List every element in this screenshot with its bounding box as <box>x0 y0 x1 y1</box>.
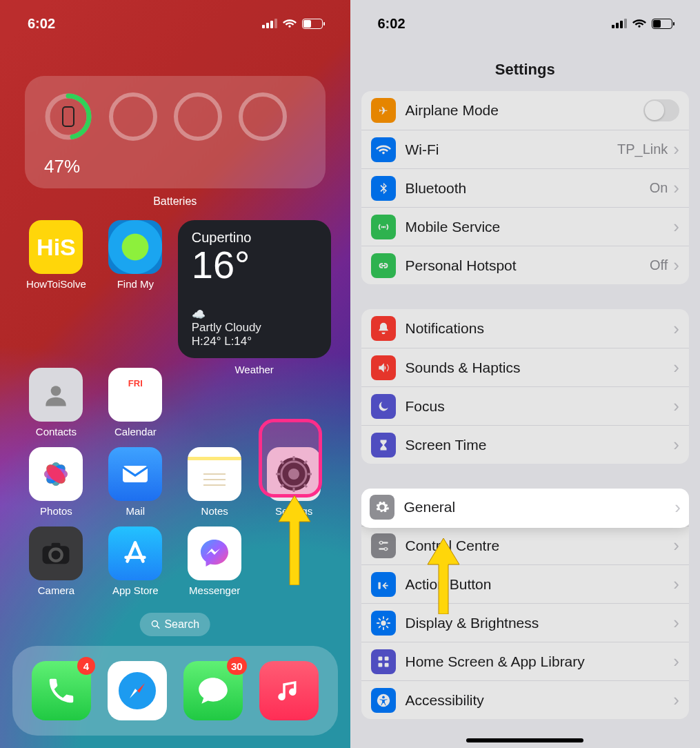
chevron-icon: › <box>674 497 681 518</box>
settings-panel: 6:02 Settings ✈ Airplane Mode Wi-Fi TP_L… <box>350 0 701 748</box>
chevron-icon: › <box>673 612 679 633</box>
row-accessibility[interactable]: Accessibility › <box>361 680 690 719</box>
svg-point-17 <box>288 469 299 480</box>
app-calendar[interactable]: FRI20Calendar <box>99 368 172 437</box>
music-icon <box>259 661 319 720</box>
chevron-icon: › <box>673 216 679 237</box>
sliders-icon <box>371 533 396 558</box>
search-icon <box>150 620 160 629</box>
moon-icon <box>371 394 396 419</box>
dock-music[interactable] <box>259 661 319 720</box>
photos-icon <box>29 447 83 501</box>
row-personal-hotspot[interactable]: Personal Hotspot Off › <box>361 246 690 284</box>
batteries-widget[interactable]: 47% <box>25 76 326 188</box>
app-howtoisolve[interactable]: HiSHowToiSolve <box>19 220 93 358</box>
weather-label: Weather <box>178 364 331 437</box>
wifi-icon <box>632 17 646 30</box>
row-notifications[interactable]: Notifications › <box>361 309 690 348</box>
chevron-icon: › <box>673 177 679 199</box>
status-time: 6:02 <box>378 16 406 32</box>
row-control-centre[interactable]: Control Centre › <box>361 526 690 564</box>
wifi-icon <box>283 17 297 30</box>
cellular-icon <box>262 19 277 28</box>
svg-point-2 <box>51 386 61 396</box>
row-screen-time[interactable]: Screen Time › <box>361 425 690 464</box>
svg-rect-54 <box>384 656 388 660</box>
home-indicator[interactable] <box>466 738 583 742</box>
wifi-value: TP_Link <box>617 141 668 157</box>
row-action-button[interactable]: Action Button › <box>361 564 690 603</box>
status-bar: 6:02 <box>0 0 350 37</box>
bell-icon <box>371 316 396 341</box>
app-photos[interactable]: Photos <box>19 447 93 517</box>
row-mobile-service[interactable]: Mobile Service › <box>361 207 690 246</box>
safari-icon <box>108 661 167 720</box>
chevron-icon: › <box>673 535 679 556</box>
brightness-icon <box>371 611 396 636</box>
svg-line-52 <box>379 626 380 627</box>
phone-badge: 4 <box>77 657 95 675</box>
hourglass-icon <box>371 433 396 457</box>
svg-rect-56 <box>384 662 388 667</box>
weather-hilo: H:24° L:14° <box>192 335 317 348</box>
mail-icon <box>108 447 162 501</box>
app-settings[interactable]: Settings <box>257 447 331 517</box>
app-contacts[interactable]: Contacts <box>19 368 93 437</box>
cloud-icon: ☁️ <box>192 308 317 321</box>
airplane-toggle[interactable] <box>643 99 679 121</box>
weather-cond: Partly Cloudy <box>192 321 317 335</box>
appstore-icon <box>108 526 162 580</box>
svg-line-33 <box>157 626 159 629</box>
svg-point-40 <box>379 541 382 544</box>
app-findmy[interactable]: Find My <box>99 220 172 358</box>
widget-label: Batteries <box>0 195 350 208</box>
row-focus[interactable]: Focus › <box>361 386 690 425</box>
row-home-screen[interactable]: Home Screen & App Library › <box>361 642 690 680</box>
settings-group-network: ✈ Airplane Mode Wi-Fi TP_Link › Bluetoot… <box>361 91 690 284</box>
chevron-icon: › <box>673 357 679 378</box>
row-wifi[interactable]: Wi-Fi TP_Link › <box>361 130 690 168</box>
dock-phone[interactable]: 4 <box>32 661 91 720</box>
accessibility-icon <box>371 688 396 713</box>
svg-rect-11 <box>123 466 148 482</box>
page-title: Settings <box>350 37 701 91</box>
battery-ring-phone <box>44 92 92 141</box>
contacts-icon <box>29 368 83 422</box>
row-general[interactable]: General › <box>361 489 690 526</box>
app-camera[interactable]: Camera <box>19 526 93 596</box>
chevron-icon: › <box>673 651 679 672</box>
search-label: Search <box>164 618 199 631</box>
row-display-brightness[interactable]: Display & Brightness › <box>361 603 690 642</box>
settings-icon <box>267 447 321 501</box>
row-bluetooth[interactable]: Bluetooth On › <box>361 168 690 207</box>
search-pill[interactable]: Search <box>139 613 210 636</box>
wifi-row-icon <box>371 137 396 162</box>
his-icon: HiS <box>29 220 83 274</box>
battery-ring-empty <box>174 92 222 141</box>
chevron-icon: › <box>673 318 679 339</box>
svg-line-51 <box>386 618 388 620</box>
messages-badge: 30 <box>227 657 247 675</box>
row-airplane-mode[interactable]: ✈ Airplane Mode <box>361 91 690 130</box>
settings-group-general: General › Control Centre › Action Button… <box>361 489 690 719</box>
gear-icon <box>370 495 394 520</box>
weather-temp: 16° <box>192 246 317 284</box>
svg-line-22 <box>281 461 283 464</box>
weather-widget[interactable]: Cupertino 16° ☁️ Partly Cloudy H:24° L:1… <box>178 220 331 358</box>
dock-messages[interactable]: 30 <box>183 661 243 720</box>
app-messenger[interactable]: Messenger <box>178 526 252 596</box>
battery-ring-empty <box>109 92 157 141</box>
app-mail[interactable]: Mail <box>99 447 172 517</box>
dock-safari[interactable] <box>108 661 167 720</box>
chevron-icon: › <box>673 255 679 276</box>
row-sounds[interactable]: Sounds & Haptics › <box>361 348 690 386</box>
battery-icon <box>652 19 672 29</box>
chevron-icon: › <box>673 395 679 417</box>
svg-rect-55 <box>378 662 382 667</box>
svg-rect-28 <box>52 543 61 548</box>
battery-ring-empty <box>239 92 287 141</box>
app-notes[interactable]: Notes <box>178 447 252 517</box>
action-button-icon <box>371 572 396 597</box>
status-time: 6:02 <box>28 16 55 32</box>
app-appstore[interactable]: App Store <box>99 526 172 596</box>
